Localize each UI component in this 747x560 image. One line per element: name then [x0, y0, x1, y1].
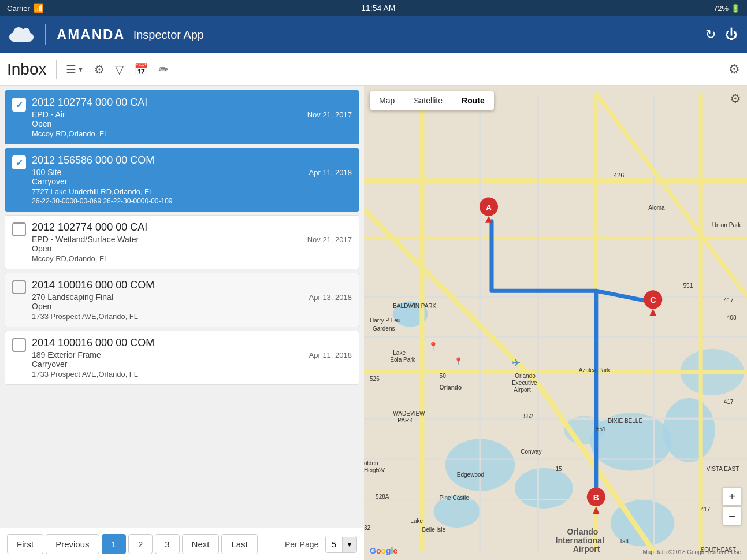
toolbar-left: Inbox ☰▼ ⚙ ▽ 📅 ✏ [7, 60, 169, 79]
status-bar: Carrier 📶 11:54 AM 72% 🔋 [0, 0, 747, 16]
item-id: 2012 156586 000 00 COM [32, 154, 352, 166]
power-icon[interactable]: ⏻ [725, 27, 738, 42]
status-bar-left: Carrier 📶 [7, 3, 43, 13]
item-date: Nov 21, 2017 [307, 110, 352, 119]
svg-text:Belle Isle: Belle Isle [422, 526, 445, 533]
svg-text:528A: 528A [376, 494, 389, 500]
toolbar: Inbox ☰▼ ⚙ ▽ 📅 ✏ ⚙ [0, 53, 747, 86]
item-date: Nov 21, 2017 [307, 235, 352, 244]
svg-text:Union Park: Union Park [712, 222, 742, 228]
item-id: 2014 100016 000 00 COM [32, 279, 352, 291]
previous-button[interactable]: Previous [46, 534, 99, 554]
list-item[interactable]: 2014 100016 000 00 COM 189 Exterior Fram… [5, 331, 359, 385]
item-row: 270 Landscaping Final Apr 13, 2018 [32, 292, 352, 302]
per-page-label: Per Page [285, 540, 318, 549]
svg-text:olden: olden [364, 460, 378, 466]
per-page-value: 5 [326, 536, 342, 552]
item-address: 7727 Lake Underhill RD,Orlando, FL [32, 187, 352, 196]
zoom-out-button[interactable]: − [723, 507, 741, 525]
item-checkbox[interactable] [12, 338, 26, 352]
map-attribution: Map data ©2018 Google Terms of Use [642, 549, 741, 555]
item-address: Mccoy RD,Orlando, FL [32, 254, 352, 263]
list-item[interactable]: 2012 102774 000 00 CAI EPD - Wetland/Sur… [5, 215, 359, 269]
item-date: Apr 11, 2018 [309, 351, 352, 359]
svg-text:551: 551 [596, 426, 606, 432]
svg-text:PARK: PARK [397, 417, 413, 424]
page-3-button[interactable]: 3 [155, 534, 179, 554]
svg-text:527: 527 [376, 467, 385, 473]
svg-text:417: 417 [724, 399, 734, 405]
svg-text:Pine Castle: Pine Castle [440, 495, 470, 501]
main-content: ✓ 2012 102774 000 00 CAI EPD - Air Nov 2… [0, 86, 747, 560]
item-checkbox[interactable]: ✓ [12, 98, 26, 112]
item-address: Mccoy RD,Orlando, FL [32, 129, 352, 138]
zoom-in-button[interactable]: + [723, 487, 741, 506]
first-button[interactable]: First [7, 534, 43, 554]
svg-text:Orlando: Orlando [515, 373, 536, 379]
item-checkbox[interactable] [12, 280, 26, 294]
toolbar-action-icons: ☰▼ ⚙ ▽ 📅 ✏ [66, 62, 169, 76]
svg-text:552: 552 [523, 413, 533, 420]
item-row: EPD - Wetland/Surface Water Nov 21, 2017 [32, 235, 352, 244]
app-logo: AMANDA Inspector App [9, 24, 204, 45]
list-item[interactable]: ✓ 2012 102774 000 00 CAI EPD - Air Nov 2… [5, 90, 359, 144]
cloud-icon [9, 25, 35, 44]
svg-text:Harry P Leu: Harry P Leu [370, 318, 400, 324]
last-button[interactable]: Last [221, 534, 257, 554]
filter-icon[interactable]: ▽ [115, 62, 124, 76]
map-panel: Map Satellite Route ⚙ [364, 86, 747, 560]
menu-dropdown-arrow: ▼ [77, 65, 84, 73]
page-1-button[interactable]: 1 [102, 534, 126, 554]
svg-text:A: A [486, 203, 492, 212]
item-checkbox[interactable] [12, 222, 26, 236]
item-address: 1733 Prospect AVE,Orlando, FL [32, 370, 352, 379]
per-page-select[interactable]: 5 ▼ [325, 536, 357, 553]
calendar-icon[interactable]: 📅 [134, 62, 148, 76]
svg-text:C: C [650, 295, 656, 305]
tab-map[interactable]: Map [370, 91, 404, 110]
toolbar-separator [56, 60, 57, 79]
item-extra: 26-22-30-0000-00-069 26-22-30-0000-00-10… [32, 197, 352, 205]
item-row: EPD - Air Nov 21, 2017 [32, 110, 352, 119]
svg-text:WADEVIEW: WADEVIEW [393, 410, 425, 417]
app-subtitle: Inspector App [133, 28, 204, 42]
refresh-icon[interactable]: ↻ [705, 27, 716, 42]
item-status: Open [32, 119, 352, 128]
app-name: AMANDA [57, 27, 125, 43]
settings-icon[interactable]: ⚙ [94, 62, 105, 76]
per-page-arrow[interactable]: ▼ [342, 537, 356, 552]
pagination: First Previous 1 2 3 Next Last Per Page … [0, 528, 364, 560]
item-type: EPD - Wetland/Surface Water [32, 235, 139, 244]
map-settings-icon[interactable]: ⚙ [730, 91, 741, 106]
item-status: Open [32, 244, 352, 253]
logo-divider [45, 24, 46, 45]
svg-text:Azalea Park: Azalea Park [579, 367, 611, 373]
tab-satellite[interactable]: Satellite [404, 91, 452, 110]
list-item[interactable]: 2014 100016 000 00 COM 270 Landscaping F… [5, 273, 359, 327]
status-bar-time: 11:54 AM [361, 3, 395, 13]
edit-icon[interactable]: ✏ [159, 62, 169, 76]
svg-text:Gardens: Gardens [373, 325, 395, 332]
svg-text:B: B [593, 493, 599, 502]
next-button[interactable]: Next [182, 534, 220, 554]
left-panel: ✓ 2012 102774 000 00 CAI EPD - Air Nov 2… [0, 86, 364, 560]
page-2-button[interactable]: 2 [128, 534, 153, 554]
item-row: 100 Site Apr 11, 2018 [32, 168, 352, 177]
battery-icon: 🔋 [731, 4, 740, 13]
item-content: 2014 100016 000 00 COM 270 Landscaping F… [32, 279, 352, 321]
svg-text:📍: 📍 [428, 341, 438, 351]
list-item[interactable]: ✓ 2012 156586 000 00 COM 100 Site Apr 11… [5, 148, 359, 212]
battery-percent: 72% [713, 4, 729, 13]
svg-text:50: 50 [440, 373, 447, 379]
svg-text:526: 526 [370, 376, 380, 382]
tab-route[interactable]: Route [452, 91, 494, 110]
gear-icon[interactable]: ⚙ [729, 62, 740, 77]
item-checkbox[interactable]: ✓ [12, 155, 26, 169]
google-logo: Google [370, 546, 397, 555]
svg-text:408: 408 [727, 314, 737, 321]
menu-icon[interactable]: ☰▼ [66, 62, 84, 76]
item-type: 100 Site [32, 168, 61, 177]
svg-text:Taft: Taft [619, 538, 629, 544]
item-date: Apr 13, 2018 [309, 293, 352, 302]
item-id: 2012 102774 000 00 CAI [32, 221, 352, 233]
